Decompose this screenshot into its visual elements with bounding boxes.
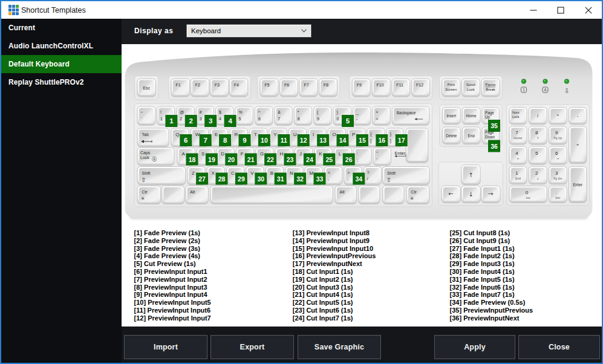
shortcut-key-marker-26[interactable]: 26 bbox=[343, 154, 355, 166]
shortcut-key-marker-4[interactable]: 4 bbox=[224, 115, 236, 127]
key-7: &7 bbox=[275, 106, 292, 125]
sidebar-item-audio-launchcontrolxl[interactable]: Audio LaunchControlXL bbox=[1, 37, 122, 55]
apply-button[interactable]: Apply bbox=[434, 335, 515, 359]
shortcut-key-marker-25[interactable]: 25 bbox=[323, 154, 335, 166]
svg-text:Caps: Caps bbox=[140, 151, 151, 155]
shortcut-key-marker-15[interactable]: 15 bbox=[356, 134, 368, 146]
svg-text:C: C bbox=[231, 171, 235, 176]
svg-text:0: 0 bbox=[526, 190, 529, 195]
logo-square-blue bbox=[8, 8, 11, 11]
shortcut-key-marker-18[interactable]: 18 bbox=[186, 154, 198, 166]
legend-item-35: [35] PreviewInputPrevious bbox=[450, 307, 533, 314]
shortcut-key-marker-19[interactable]: 19 bbox=[206, 154, 218, 166]
shortcut-key-marker-35[interactable]: 35 bbox=[488, 120, 500, 132]
shortcut-key-marker-5[interactable]: 5 bbox=[342, 115, 354, 127]
key-sym: += bbox=[373, 106, 390, 125]
svg-text:H: H bbox=[280, 151, 284, 157]
svg-text:↓: ↓ bbox=[536, 177, 539, 180]
svg-text:23: 23 bbox=[287, 156, 294, 163]
shortcut-key-marker-3[interactable]: 3 bbox=[204, 115, 217, 127]
svg-text:M: M bbox=[310, 171, 314, 176]
close-button[interactable] bbox=[575, 1, 602, 19]
key-blank bbox=[383, 186, 404, 204]
svg-text:`: ` bbox=[141, 117, 142, 121]
shortcut-key-marker-29[interactable]: 29 bbox=[235, 173, 247, 185]
shortcut-key-marker-36[interactable]: 36 bbox=[488, 140, 500, 152]
key-blank bbox=[162, 186, 184, 204]
svg-text:F9: F9 bbox=[357, 83, 362, 87]
shortcut-key-marker-1[interactable]: 1 bbox=[165, 115, 177, 127]
display-as-value: Keyboard bbox=[191, 25, 221, 37]
svg-text:2: 2 bbox=[535, 171, 538, 176]
sidebar-item-current[interactable]: Current bbox=[1, 19, 122, 37]
shortcut-key-marker-17[interactable]: 17 bbox=[396, 134, 408, 146]
key-sym: .Del bbox=[549, 186, 567, 203]
key-capslock: CapsLockⒶ bbox=[137, 148, 174, 166]
shortcut-key-marker-33[interactable]: 33 bbox=[314, 173, 326, 185]
shortcut-key-marker-31[interactable]: 31 bbox=[275, 173, 287, 185]
key-8: 8↑ bbox=[529, 126, 547, 145]
svg-text:F6: F6 bbox=[284, 83, 289, 87]
close-button[interactable]: Close bbox=[518, 335, 600, 359]
svg-text:8: 8 bbox=[298, 117, 300, 121]
shortcut-key-marker-11[interactable]: 11 bbox=[278, 134, 290, 146]
shortcut-key-marker-16[interactable]: 16 bbox=[376, 134, 388, 146]
shortcut-key-marker-21[interactable]: 21 bbox=[245, 154, 257, 166]
svg-text:21: 21 bbox=[247, 156, 255, 163]
key-f3: F3 bbox=[210, 79, 229, 97]
shortcut-key-marker-6[interactable]: 6 bbox=[180, 134, 192, 146]
shortcut-key-marker-14[interactable]: 14 bbox=[337, 134, 349, 146]
svg-text:7: 7 bbox=[203, 137, 207, 144]
shortcut-key-marker-8[interactable]: 8 bbox=[219, 134, 231, 146]
sidebar-item-default-keyboard[interactable]: Default Keyboard bbox=[1, 55, 122, 73]
shortcut-key-marker-23[interactable]: 23 bbox=[284, 154, 296, 166]
key-shift: Shift⇧ bbox=[382, 167, 429, 185]
shortcut-key-marker-30[interactable]: 30 bbox=[255, 173, 267, 185]
save-graphic-button[interactable]: Save Graphic bbox=[298, 335, 381, 359]
key-sym: ?/ bbox=[363, 167, 381, 185]
key-4: 4← bbox=[509, 146, 527, 164]
svg-text:0: 0 bbox=[337, 117, 339, 121]
export-button[interactable]: Export bbox=[210, 335, 294, 359]
import-button[interactable]: Import bbox=[124, 335, 207, 359]
shortcut-key-marker-28[interactable]: 28 bbox=[216, 173, 228, 185]
svg-text:~: ~ bbox=[141, 110, 143, 114]
legend-item-18: [18] Cut Input1 (1s) bbox=[293, 268, 376, 276]
legend-item-36: [36] PreviewInputNext bbox=[450, 314, 533, 322]
shortcut-key-marker-13[interactable]: 13 bbox=[317, 134, 329, 146]
shortcut-key-marker-24[interactable]: 24 bbox=[304, 154, 316, 166]
shortcut-key-marker-12[interactable]: 12 bbox=[298, 134, 310, 146]
shortcut-key-marker-20[interactable]: 20 bbox=[225, 154, 237, 166]
svg-text:Q: Q bbox=[175, 132, 179, 137]
svg-text:F3: F3 bbox=[215, 83, 220, 87]
shortcut-key-marker-34[interactable]: 34 bbox=[353, 173, 365, 185]
legend-item-6: [6] PreviewInput Input1 bbox=[134, 268, 211, 276]
key-f5: F5 bbox=[260, 79, 278, 97]
svg-text:4: 4 bbox=[219, 117, 221, 121]
svg-text:;: ; bbox=[357, 158, 358, 162]
svg-text:O: O bbox=[333, 132, 336, 137]
svg-text:Alt: Alt bbox=[190, 190, 195, 194]
shortcut-key-marker-10[interactable]: 10 bbox=[258, 134, 270, 146]
key-ctr: Ctr✳ bbox=[406, 186, 429, 204]
svg-text:Tab: Tab bbox=[142, 132, 149, 137]
svg-text:Home: Home bbox=[513, 137, 522, 140]
shortcut-key-marker-27[interactable]: 27 bbox=[196, 173, 208, 185]
svg-text:1: 1 bbox=[169, 117, 174, 125]
svg-text:Lock: Lock bbox=[140, 155, 149, 160]
minimize-button[interactable] bbox=[520, 1, 547, 19]
shortcut-key-marker-32[interactable]: 32 bbox=[294, 173, 306, 185]
shortcut-key-marker-2[interactable]: 2 bbox=[185, 115, 197, 127]
shortcut-key-marker-7[interactable]: 7 bbox=[200, 134, 212, 146]
shortcut-key-marker-9[interactable]: 9 bbox=[239, 134, 251, 146]
maximize-button[interactable] bbox=[547, 1, 574, 19]
key-f9: F9 bbox=[352, 79, 370, 97]
shortcut-key-marker-22[interactable]: 22 bbox=[264, 154, 276, 166]
legend-item-28: [28] Fade Input2 (1s) bbox=[450, 252, 533, 260]
svg-text:Alt: Alt bbox=[340, 190, 345, 194]
display-as-dropdown[interactable]: Keyboard bbox=[186, 24, 311, 37]
key-6: ^6 bbox=[255, 106, 272, 125]
key-pausebreak: PauseBreak bbox=[481, 79, 500, 97]
sidebar-item-replay-shuttleprov2[interactable]: Replay ShuttlePROv2 bbox=[1, 73, 122, 91]
svg-text:27: 27 bbox=[198, 175, 206, 183]
